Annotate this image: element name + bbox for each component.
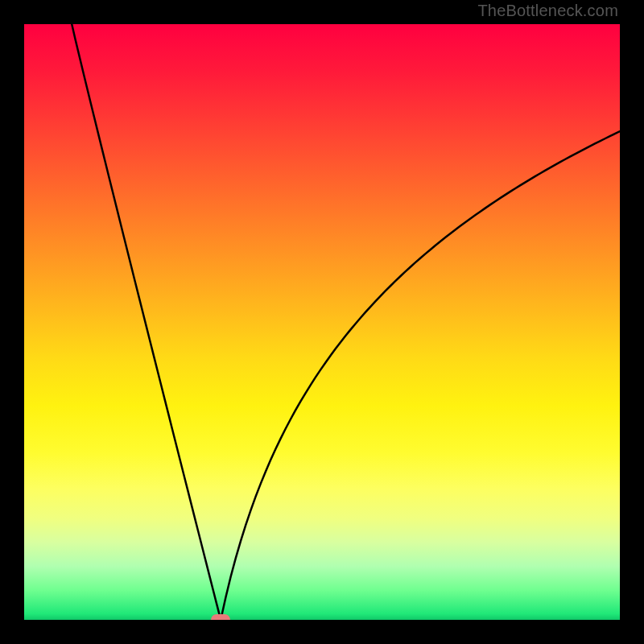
plot-area <box>24 24 620 620</box>
curve-layer <box>24 24 620 620</box>
bottleneck-curve <box>72 24 620 620</box>
min-marker <box>211 614 230 620</box>
watermark-text: TheBottleneck.com <box>477 2 618 20</box>
chart-stage: TheBottleneck.com <box>0 0 644 644</box>
